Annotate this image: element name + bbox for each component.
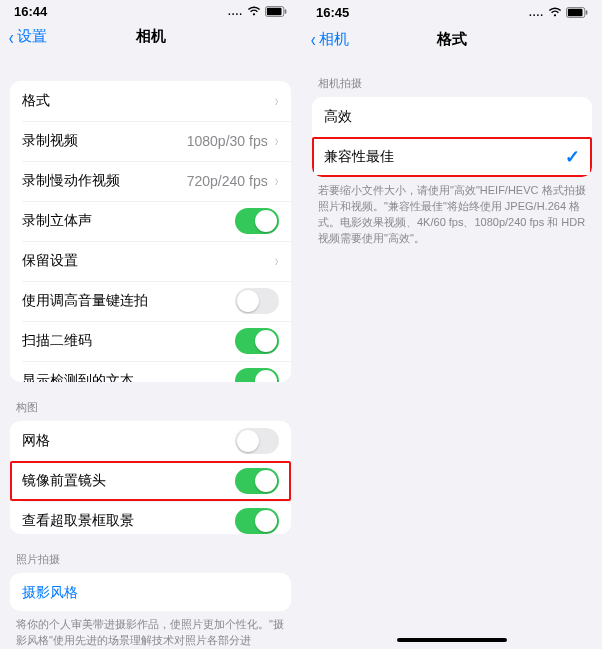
row-stereo-sound[interactable]: 录制立体声: [10, 201, 291, 241]
back-label: 设置: [17, 27, 47, 46]
row-label: 录制视频: [22, 132, 187, 150]
group-composition: 网格镜像前置镜头查看超取景框取景: [10, 421, 291, 534]
footer-photo-styles: 将你的个人审美带进摄影作品，使照片更加个性化。"摄影风格"使用先进的场景理解技术…: [0, 611, 301, 649]
row-detail: 1080p/30 fps: [187, 133, 268, 149]
row-label: 保留设置: [22, 252, 274, 270]
section-header-camera-capture: 相机拍摄: [302, 58, 602, 97]
switch-stereo-sound[interactable]: [235, 208, 279, 234]
chevron-right-icon: ›: [274, 132, 278, 150]
chevron-right-icon: ›: [274, 252, 278, 270]
switch-knob: [255, 370, 277, 382]
row-most-compat[interactable]: 兼容性最佳✓: [312, 137, 592, 177]
status-time: 16:44: [14, 4, 47, 19]
chevron-left-icon: ‹: [311, 29, 316, 49]
switch-knob: [255, 470, 277, 492]
switch-knob: [255, 510, 277, 532]
back-button[interactable]: ‹ 相机: [310, 29, 349, 49]
back-label: 相机: [319, 30, 349, 49]
footer-formats: 若要缩小文件大小，请使用"高效"HEIF/HEVC 格式拍摄照片和视频。"兼容性…: [302, 177, 602, 247]
checkmark-icon: ✓: [565, 146, 580, 168]
row-format[interactable]: 格式›: [10, 81, 291, 121]
switch-mirror-front[interactable]: [235, 468, 279, 494]
switch-grid[interactable]: [235, 428, 279, 454]
wifi-icon: [548, 7, 562, 18]
switch-view-outside[interactable]: [235, 508, 279, 534]
row-label: 高效: [324, 108, 580, 126]
home-indicator[interactable]: [397, 638, 507, 642]
row-volume-burst[interactable]: 使用调高音量键连拍: [10, 281, 291, 321]
row-photo-styles[interactable]: 摄影风格: [10, 573, 291, 611]
switch-knob: [237, 430, 259, 452]
row-label: 使用调高音量键连拍: [22, 292, 235, 310]
switch-detect-text[interactable]: [235, 368, 279, 382]
row-label: 网格: [22, 432, 235, 450]
row-label: 摄影风格: [22, 584, 279, 602]
back-button[interactable]: ‹ 设置: [8, 27, 47, 47]
group-photo-capture: 摄影风格: [10, 573, 291, 611]
section-header-composition: 构图: [0, 382, 301, 421]
group-formats: 高效兼容性最佳✓: [312, 97, 592, 177]
chevron-right-icon: ›: [274, 92, 278, 110]
chevron-left-icon: ‹: [9, 27, 14, 47]
row-label: 兼容性最佳: [324, 148, 565, 166]
row-record-slomo[interactable]: 录制慢动作视频720p/240 fps›: [10, 161, 291, 201]
row-label: 格式: [22, 92, 274, 110]
row-record-video[interactable]: 录制视频1080p/30 fps›: [10, 121, 291, 161]
switch-knob: [255, 210, 277, 232]
wifi-icon: [247, 6, 261, 17]
row-view-outside[interactable]: 查看超取景框取景: [10, 501, 291, 534]
camera-settings-screen: 16:44 .... ‹ 设置 相机 格式›录制视频1080p/30 fps›录…: [0, 0, 301, 649]
row-label: 扫描二维码: [22, 332, 235, 350]
status-bar: 16:44 ....: [0, 0, 301, 19]
row-label: 录制立体声: [22, 212, 235, 230]
row-high-eff[interactable]: 高效: [312, 97, 592, 137]
switch-knob: [255, 330, 277, 352]
svg-rect-4: [568, 8, 583, 15]
battery-icon: [566, 7, 588, 18]
chevron-right-icon: ›: [274, 172, 278, 190]
nav-bar: ‹ 相机 格式: [302, 20, 602, 58]
nav-bar: ‹ 设置 相机: [0, 19, 301, 55]
row-scan-qr[interactable]: 扫描二维码: [10, 321, 291, 361]
section-header-photo: 照片拍摄: [0, 534, 301, 573]
row-preserve[interactable]: 保留设置›: [10, 241, 291, 281]
battery-icon: [265, 6, 287, 17]
row-mirror-front[interactable]: 镜像前置镜头: [10, 461, 291, 501]
formats-screen: 16:45 .... ‹ 相机 格式 相机拍摄 高效兼容性最佳✓ 若要缩小文件大…: [301, 0, 602, 649]
status-bar: 16:45 ....: [302, 0, 602, 20]
row-label: 显示检测到的文本: [22, 372, 235, 382]
row-grid[interactable]: 网格: [10, 421, 291, 461]
switch-volume-burst[interactable]: [235, 288, 279, 314]
signal-icon: ....: [529, 7, 544, 18]
svg-rect-2: [285, 9, 287, 14]
group-capture: 格式›录制视频1080p/30 fps›录制慢动作视频720p/240 fps›…: [10, 81, 291, 382]
svg-rect-1: [267, 8, 282, 15]
signal-icon: ....: [228, 6, 243, 17]
switch-scan-qr[interactable]: [235, 328, 279, 354]
row-detail: 720p/240 fps: [187, 173, 268, 189]
svg-rect-5: [586, 10, 588, 15]
row-label: 查看超取景框取景: [22, 512, 235, 530]
row-detect-text[interactable]: 显示检测到的文本: [10, 361, 291, 382]
row-label: 镜像前置镜头: [22, 472, 235, 490]
switch-knob: [237, 290, 259, 312]
row-label: 录制慢动作视频: [22, 172, 187, 190]
status-time: 16:45: [316, 5, 349, 20]
